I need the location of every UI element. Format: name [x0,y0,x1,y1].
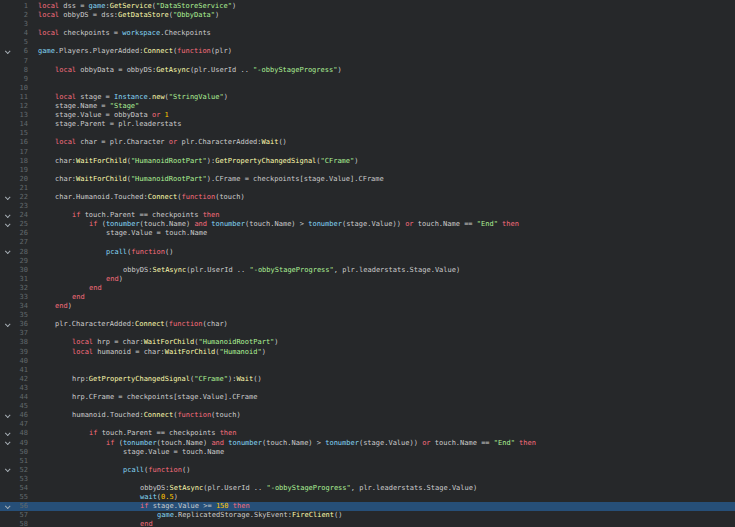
code-line[interactable]: 54obbyDS:SetAsync(plr.UserId .. "-obbySt… [0,484,735,493]
fold-chevron-icon[interactable] [0,411,13,420]
code-line[interactable]: 13stage.Value = obbyData or 1 [0,111,735,120]
code-line[interactable]: 8local obbyData = obbyDS:GetAsync(plr.Us… [0,66,735,75]
fold-chevron-icon[interactable] [0,47,13,56]
code-line[interactable]: 32end [0,284,735,293]
code-line[interactable]: 6game.Players.PlayerAdded:Connect(functi… [0,47,735,56]
line-number[interactable]: 12 [13,102,28,111]
line-number[interactable]: 37 [13,329,28,338]
line-number[interactable]: 57 [13,511,28,520]
code-line[interactable]: 23 [0,202,735,211]
line-number[interactable]: 32 [13,284,28,293]
code-line[interactable]: 48if touch.Parent == checkpoints then [0,429,735,438]
code-line[interactable]: 26stage.Value = touch.Name [0,229,735,238]
line-number[interactable]: 27 [13,238,28,247]
code-line[interactable]: 14stage.Parent = plr.leaderstats [0,120,735,129]
code-line[interactable]: 7 [0,57,735,66]
line-number[interactable]: 24 [13,211,28,220]
code-line[interactable]: 38local hrp = char:WaitForChild("Humanoi… [0,338,735,347]
code-line[interactable]: 55wait(0.5) [0,493,735,502]
code-line[interactable]: 17 [0,148,735,157]
code-line[interactable]: 34end) [0,302,735,311]
line-number[interactable]: 13 [13,111,28,120]
line-number[interactable]: 29 [13,257,28,266]
line-number[interactable]: 52 [13,466,28,475]
code-line[interactable]: 31end) [0,275,735,284]
line-number[interactable]: 26 [13,229,28,238]
line-number[interactable]: 20 [13,175,28,184]
line-number[interactable]: 8 [13,66,28,75]
line-number[interactable]: 9 [13,75,28,84]
code-line[interactable]: 47 [0,420,735,429]
code-line[interactable]: 12stage.Name = "Stage" [0,102,735,111]
code-line[interactable]: 21 [0,184,735,193]
code-line[interactable]: 43 [0,384,735,393]
line-number[interactable]: 31 [13,275,28,284]
code-line[interactable]: 2local obbyDS = dss:GetDataStore("ObbyDa… [0,11,735,20]
fold-chevron-icon[interactable] [0,248,13,257]
line-number[interactable]: 46 [13,411,28,420]
code-line[interactable]: 20char:WaitForChild("HumanoidRootPart").… [0,175,735,184]
code-line[interactable]: 39local humanoid = char:WaitForChild("Hu… [0,348,735,357]
code-line[interactable]: 58end [0,520,735,527]
code-line[interactable]: 9 [0,75,735,84]
code-line[interactable]: 22char.Humanoid.Touched:Connect(function… [0,193,735,202]
line-number[interactable]: 10 [13,84,28,93]
code-line[interactable]: 24if touch.Parent == checkpoints then [0,211,735,220]
code-line[interactable]: 42hrp:GetPropertyChangedSignal("CFrame")… [0,375,735,384]
line-number[interactable]: 53 [13,475,28,484]
code-line[interactable]: 46humanoid.Touched:Connect(function(touc… [0,411,735,420]
code-line[interactable]: 27 [0,238,735,247]
line-number[interactable]: 22 [13,193,28,202]
code-line[interactable]: 15 [0,129,735,138]
line-number[interactable]: 33 [13,293,28,302]
line-number[interactable]: 36 [13,320,28,329]
code-line[interactable]: 1local dss = game:GetService("DataStoreS… [0,2,735,11]
code-line[interactable]: 16local char = plr.Character or plr.Char… [0,138,735,147]
line-number[interactable]: 28 [13,248,28,257]
line-number[interactable]: 42 [13,375,28,384]
line-number[interactable]: 4 [13,29,28,38]
fold-chevron-icon[interactable] [0,439,13,448]
line-number[interactable]: 45 [13,402,28,411]
line-number[interactable]: 47 [13,420,28,429]
code-line[interactable]: 40 [0,357,735,366]
line-number[interactable]: 43 [13,384,28,393]
line-number[interactable]: 2 [13,11,28,20]
code-line[interactable]: 51 [0,457,735,466]
code-line[interactable]: 29 [0,257,735,266]
fold-chevron-icon[interactable] [0,320,13,329]
code-line[interactable]: 3 [0,20,735,29]
line-number[interactable]: 56 [13,502,28,511]
line-number[interactable]: 15 [13,129,28,138]
code-line[interactable]: 45 [0,402,735,411]
fold-chevron-icon[interactable] [0,502,13,511]
line-number[interactable]: 34 [13,302,28,311]
line-number[interactable]: 23 [13,202,28,211]
line-number[interactable]: 41 [13,366,28,375]
line-number[interactable]: 17 [13,148,28,157]
line-number[interactable]: 1 [13,2,28,11]
code-line[interactable]: 33end [0,293,735,302]
line-number[interactable]: 14 [13,120,28,129]
line-number[interactable]: 3 [13,20,28,29]
fold-chevron-icon[interactable] [0,211,13,220]
code-line[interactable]: 10 [0,84,735,93]
code-line[interactable]: 5 [0,38,735,47]
line-number[interactable]: 51 [13,457,28,466]
code-line[interactable]: 52pcall(function() [0,466,735,475]
line-number[interactable]: 25 [13,220,28,229]
code-line[interactable]: 53 [0,475,735,484]
line-number[interactable]: 58 [13,520,28,527]
line-number[interactable]: 50 [13,448,28,457]
line-number[interactable]: 44 [13,393,28,402]
line-number[interactable]: 16 [13,138,28,147]
line-number[interactable]: 30 [13,266,28,275]
code-line[interactable]: 19 [0,166,735,175]
code-line[interactable]: 41 [0,366,735,375]
code-line[interactable]: 25if (tonumber(touch.Name) and tonumber(… [0,220,735,229]
line-number[interactable]: 11 [13,93,28,102]
line-number[interactable]: 48 [13,429,28,438]
line-number[interactable]: 6 [13,47,28,56]
fold-chevron-icon[interactable] [0,220,13,229]
line-number[interactable]: 54 [13,484,28,493]
